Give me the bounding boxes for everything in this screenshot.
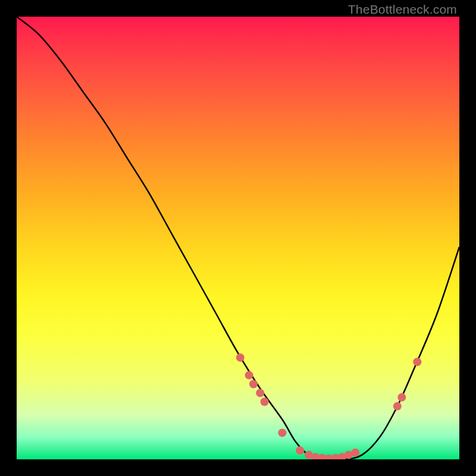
- chart-svg: [17, 17, 459, 459]
- data-marker: [236, 353, 245, 362]
- data-marker: [296, 446, 304, 455]
- data-marker: [278, 428, 286, 437]
- data-marker: [397, 393, 406, 402]
- data-marker: [413, 358, 421, 366]
- data-marker: [261, 397, 269, 406]
- watermark-text: TheBottleneck.com: [348, 2, 457, 17]
- data-markers: [236, 353, 422, 459]
- bottleneck-curve: [17, 17, 459, 459]
- data-marker: [351, 449, 359, 457]
- chart-plot-area: [17, 17, 459, 459]
- data-marker: [245, 371, 253, 380]
- data-marker: [249, 380, 258, 389]
- data-marker: [393, 402, 402, 411]
- data-marker: [256, 389, 264, 397]
